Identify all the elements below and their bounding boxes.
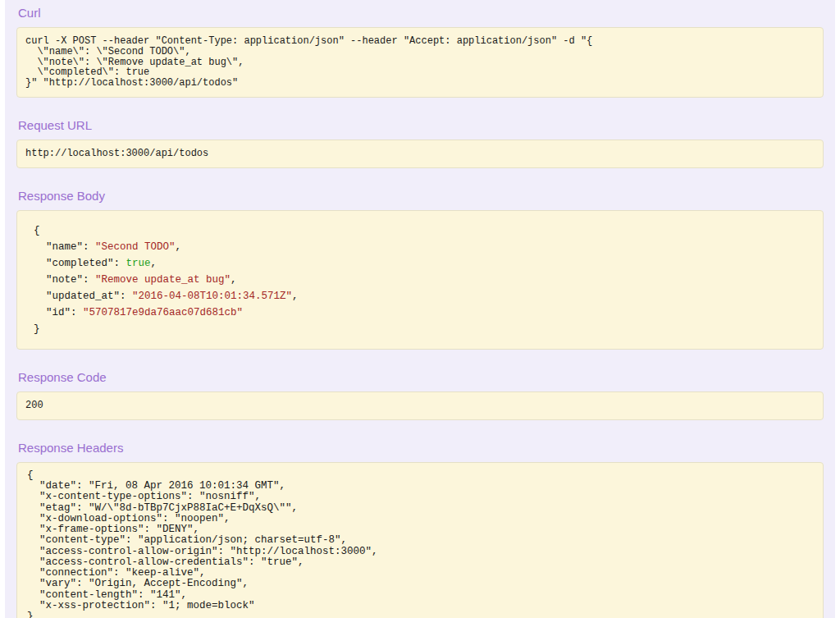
curl-heading: Curl xyxy=(18,6,824,20)
response-headers-block: { "date": "Fri, 08 Apr 2016 10:01:34 GMT… xyxy=(16,462,824,618)
response-code-block: 200 xyxy=(16,391,824,420)
section-response-headers: Response Headers { "date": "Fri, 08 Apr … xyxy=(16,441,824,618)
response-code-heading: Response Code xyxy=(18,370,824,384)
response-headers-heading: Response Headers xyxy=(18,441,824,455)
api-response-panel: Curl curl -X POST --header "Content-Type… xyxy=(5,0,835,618)
response-body-block: { "name": "Second TODO", "completed": tr… xyxy=(16,210,824,350)
section-request-url: Request URL http://localhost:3000/api/to… xyxy=(16,118,824,168)
request-url-heading: Request URL xyxy=(18,118,824,132)
section-response-code: Response Code 200 xyxy=(16,370,824,420)
curl-command-block: curl -X POST --header "Content-Type: app… xyxy=(16,27,824,98)
section-response-body: Response Body { "name": "Second TODO", "… xyxy=(16,189,824,350)
response-body-heading: Response Body xyxy=(18,189,824,203)
section-curl: Curl curl -X POST --header "Content-Type… xyxy=(16,6,824,98)
request-url-block: http://localhost:3000/api/todos xyxy=(16,140,824,168)
